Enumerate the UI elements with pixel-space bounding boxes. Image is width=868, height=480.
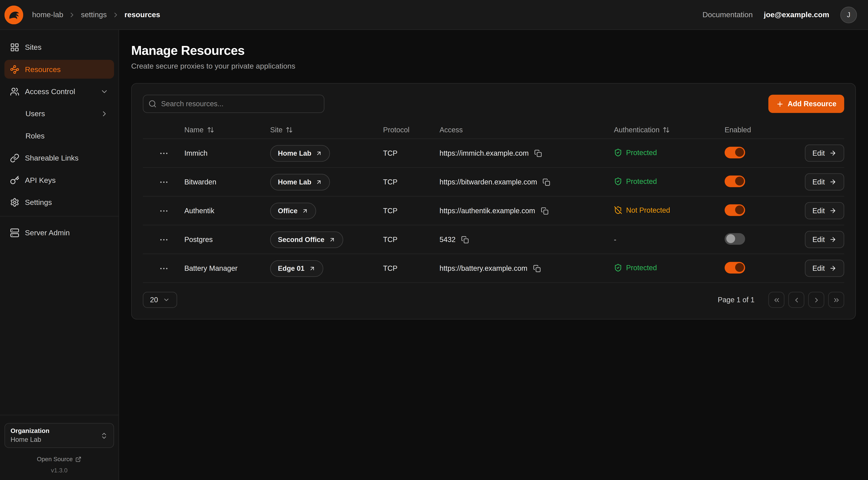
last-page-button[interactable] — [828, 292, 844, 308]
site-link-button[interactable]: Office — [270, 202, 316, 219]
chevron-right-icon — [100, 109, 108, 118]
first-page-button[interactable] — [768, 292, 784, 308]
edit-button[interactable]: Edit — [805, 202, 844, 219]
site-link-button[interactable]: Second Office — [270, 231, 343, 248]
row-menu-button[interactable] — [158, 177, 168, 187]
copy-icon[interactable] — [542, 178, 551, 186]
breadcrumb-settings[interactable]: settings — [81, 10, 107, 19]
row-menu-button[interactable] — [158, 263, 168, 273]
sidebar-item-sites[interactable]: Sites — [4, 38, 114, 57]
row-menu-button[interactable] — [158, 148, 168, 158]
pagination-bar: 20 Page 1 of 1 — [143, 292, 844, 308]
sidebar-item-roles[interactable]: Roles — [4, 126, 114, 145]
sidebar-item-label: Settings — [25, 198, 52, 206]
access-url: 5432 — [439, 235, 456, 244]
sort-header-authentication[interactable]: Authentication — [614, 125, 670, 134]
avatar[interactable]: J — [840, 6, 857, 23]
sort-header-name[interactable]: Name — [184, 125, 214, 134]
edit-button[interactable]: Edit — [805, 173, 844, 190]
page-subtitle: Create secure proxies to your private ap… — [131, 62, 856, 70]
sidebar-item-label: Shareable Links — [25, 154, 79, 162]
chevrons-left-icon — [772, 296, 780, 304]
organization-selector[interactable]: Organization Home Lab — [4, 423, 114, 448]
sidebar-item-shareable-links[interactable]: Shareable Links — [4, 148, 114, 167]
sidebar-item-users[interactable]: Users — [4, 104, 114, 123]
access-url: https://bitwarden.example.com — [439, 178, 537, 186]
edit-button[interactable]: Edit — [805, 260, 844, 277]
access-url: https://immich.example.com — [439, 149, 529, 157]
search-icon — [148, 100, 157, 108]
page-info: Page 1 of 1 — [718, 296, 754, 304]
chevrons-right-icon — [832, 296, 840, 304]
previous-page-button[interactable] — [788, 292, 804, 308]
table-row: Authentik Office TCP https://authentik.e… — [143, 196, 844, 225]
arrow-right-icon — [829, 178, 837, 185]
arrow-up-right-icon — [309, 265, 316, 272]
copy-icon[interactable] — [541, 207, 549, 215]
next-page-button[interactable] — [808, 292, 825, 308]
key-icon — [10, 175, 19, 185]
row-menu-button[interactable] — [158, 206, 168, 216]
enabled-toggle[interactable] — [725, 175, 745, 187]
sort-header-site[interactable]: Site — [270, 125, 293, 134]
sort-icon — [207, 126, 214, 133]
pangolin-logo-icon[interactable] — [4, 5, 23, 24]
edit-label: Edit — [812, 207, 825, 215]
documentation-link[interactable]: Documentation — [703, 10, 753, 19]
enabled-toggle[interactable] — [725, 204, 745, 216]
resource-name: Bitwarden — [184, 178, 270, 186]
chevron-right-icon — [112, 11, 119, 19]
sidebar-item-access-control[interactable]: Access Control — [4, 82, 114, 101]
breadcrumb-org[interactable]: home-lab — [32, 10, 63, 19]
table-row: Postgres Second Office TCP 5432 - — [143, 225, 844, 253]
site-name: Home Lab — [278, 178, 311, 186]
shield-check-icon — [614, 177, 622, 185]
page-size-select[interactable]: 20 — [143, 292, 177, 308]
resource-protocol: TCP — [383, 149, 439, 157]
header-protocol: Protocol — [383, 125, 439, 134]
edit-button[interactable]: Edit — [805, 144, 844, 161]
site-link-button[interactable]: Home Lab — [270, 174, 330, 190]
table-header: Name Site Protocol Access Authentication… — [143, 121, 844, 139]
enabled-toggle[interactable] — [725, 233, 745, 244]
row-menu-button[interactable] — [158, 235, 168, 244]
site-link-button[interactable]: Edge 01 — [270, 260, 323, 276]
link-icon — [10, 153, 19, 162]
organization-value: Home Lab — [10, 436, 50, 444]
arrow-up-right-icon — [302, 207, 309, 214]
edit-label: Edit — [812, 178, 825, 186]
server-icon — [10, 228, 19, 237]
open-source-link[interactable]: Open Source — [4, 456, 114, 462]
copy-icon[interactable] — [534, 149, 542, 157]
sort-icon — [663, 126, 670, 133]
open-source-label: Open Source — [37, 456, 73, 462]
search-input[interactable] — [143, 95, 324, 113]
add-resource-button[interactable]: Add Resource — [768, 95, 844, 113]
chevron-right-icon — [812, 296, 820, 304]
topbar: home-lab settings resources Documentatio… — [0, 0, 868, 30]
chevron-left-icon — [793, 296, 800, 304]
copy-icon[interactable] — [533, 264, 541, 272]
gear-icon — [10, 198, 19, 207]
sidebar-item-resources[interactable]: Resources — [4, 60, 114, 79]
table-row: Immich Home Lab TCP https://immich.examp… — [143, 139, 844, 167]
arrow-up-right-icon — [329, 236, 336, 243]
sidebar-item-settings[interactable]: Settings — [4, 193, 114, 212]
sidebar-item-api-keys[interactable]: API Keys — [4, 171, 114, 189]
table-row: Bitwarden Home Lab TCP https://bitwarden… — [143, 167, 844, 196]
auth-label: Protected — [626, 263, 657, 272]
search-box — [143, 95, 324, 113]
enabled-toggle[interactable] — [725, 262, 745, 273]
site-link-button[interactable]: Home Lab — [270, 145, 330, 161]
enabled-toggle[interactable] — [725, 146, 745, 158]
arrow-up-right-icon — [316, 179, 322, 185]
arrow-right-icon — [829, 207, 837, 214]
plus-icon — [776, 100, 784, 108]
edit-button[interactable]: Edit — [805, 231, 844, 248]
copy-icon[interactable] — [461, 236, 469, 243]
resources-card: Add Resource Name Site Protocol Access A… — [131, 83, 856, 320]
sidebar-item-label: Server Admin — [25, 229, 70, 237]
auth-status: - — [614, 235, 616, 244]
table-row: Battery Manager Edge 01 TCP https://batt… — [143, 253, 844, 282]
sidebar-item-server-admin[interactable]: Server Admin — [4, 223, 114, 242]
